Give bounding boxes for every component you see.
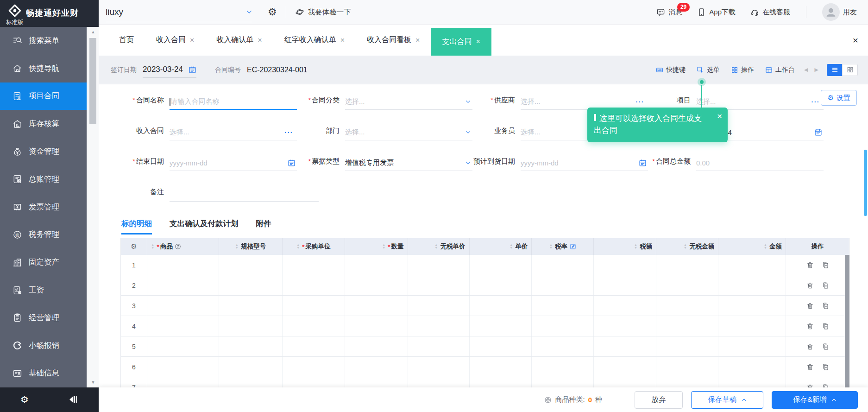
account-switcher[interactable]: liuxy [106, 0, 252, 24]
close-icon[interactable]: × [340, 36, 345, 44]
tab-income-contract[interactable]: 收入合同× [145, 25, 205, 56]
field-input[interactable]: 选择... [345, 94, 472, 110]
table-cell[interactable] [470, 275, 532, 295]
field-input[interactable]: 0.00 [696, 155, 824, 171]
table-cell[interactable] [532, 377, 594, 387]
field-input[interactable]: 请输入合同名称 [170, 94, 297, 110]
chevron-down-icon[interactable] [465, 160, 471, 166]
sort-icon[interactable]: ▲▼ [434, 244, 438, 249]
field-input[interactable]: yyyy-mm-dd [170, 155, 297, 171]
sort-icon[interactable]: ▲▼ [382, 244, 385, 249]
ellipsis-icon[interactable]: ··· [811, 98, 820, 106]
subtab-attachment[interactable]: 附件 [256, 219, 271, 235]
table-cell[interactable] [408, 336, 470, 356]
table-cell[interactable] [718, 357, 786, 377]
app-download-button[interactable]: App下载 [697, 8, 736, 17]
table-cell[interactable] [408, 357, 470, 377]
tab-income-confirm[interactable]: 收入确认单× [205, 25, 273, 56]
table-cell[interactable] [147, 357, 219, 377]
sidebar-item-operations[interactable]: 经营管理 [0, 304, 87, 332]
messages-button[interactable]: 消息 29 [656, 8, 682, 17]
table-cell[interactable] [656, 296, 718, 316]
table-cell[interactable] [718, 275, 786, 295]
settings-button[interactable]: ⚙ 设置 [821, 90, 857, 106]
table-cell[interactable] [219, 296, 283, 316]
sidebar-item-invoice[interactable]: 发票管理 [0, 193, 87, 221]
table-cell[interactable] [718, 255, 786, 275]
copy-row-icon[interactable] [822, 363, 829, 371]
gear-icon[interactable]: ⚙ [131, 242, 137, 251]
sidebar-item-search-menu[interactable]: 搜索菜单 [0, 27, 87, 55]
help-icon[interactable] [175, 243, 181, 250]
chevron-down-icon[interactable] [465, 129, 471, 135]
table-cell[interactable] [470, 336, 532, 356]
table-cell[interactable] [283, 357, 345, 377]
table-cell[interactable] [408, 316, 470, 336]
table-cell[interactable] [470, 377, 532, 387]
trash-icon[interactable] [806, 323, 814, 330]
save-and-new-button[interactable]: 保存&新增 [772, 391, 858, 409]
table-cell[interactable] [656, 316, 718, 336]
subtab-detail[interactable]: 标的明细 [121, 219, 152, 235]
table-cell[interactable] [283, 255, 345, 275]
tab-expense-contract[interactable]: 支出合同× [431, 28, 491, 56]
scroll-down-icon[interactable]: ▼ [87, 380, 99, 385]
table-cell[interactable] [219, 255, 283, 275]
table-cell[interactable] [283, 275, 345, 295]
table-scrollbar[interactable] [845, 255, 849, 387]
table-cell[interactable] [408, 255, 470, 275]
table-cell[interactable] [408, 377, 470, 387]
table-cell[interactable] [718, 336, 786, 356]
ellipsis-icon[interactable]: ··· [285, 129, 294, 136]
trial-link[interactable]: 我要体验一下 [295, 7, 351, 17]
close-icon[interactable]: × [476, 38, 480, 46]
table-cell[interactable] [718, 296, 786, 316]
table-cell[interactable] [408, 275, 470, 295]
field-input[interactable]: yyyy-mm-dd [521, 155, 648, 171]
toolbar-workbench[interactable]: 工作台 [765, 66, 795, 74]
table-cell[interactable] [656, 275, 718, 295]
sidebar-item-reimburse[interactable]: 小畅报销 [0, 332, 87, 360]
table-cell[interactable] [345, 377, 408, 387]
table-cell[interactable] [594, 275, 656, 295]
sidebar-scrollbar-thumb[interactable] [89, 38, 96, 124]
table-cell[interactable] [532, 336, 594, 356]
table-cell[interactable] [219, 275, 283, 295]
copy-row-icon[interactable] [822, 384, 829, 388]
table-cell[interactable] [219, 357, 283, 377]
tab-income-contract-board[interactable]: 收入合同看板× [356, 25, 431, 56]
copy-row-icon[interactable] [822, 323, 829, 330]
table-cell[interactable] [345, 296, 408, 316]
list-view-button[interactable] [827, 64, 843, 76]
table-cell[interactable] [283, 296, 345, 316]
table-cell[interactable] [532, 275, 594, 295]
table-cell[interactable] [147, 296, 219, 316]
table-cell[interactable] [594, 316, 656, 336]
sort-icon[interactable]: ▲▼ [151, 244, 154, 249]
sort-icon[interactable]: ▲▼ [764, 244, 767, 249]
toolbar-operate[interactable]: 操作 [731, 66, 754, 74]
discard-button[interactable]: 放弃 [635, 391, 683, 409]
field-input[interactable] [170, 186, 319, 202]
table-cell[interactable] [594, 377, 656, 387]
table-cell[interactable] [656, 255, 718, 275]
sort-icon[interactable]: ▲▼ [549, 244, 553, 249]
table-cell[interactable] [345, 275, 408, 295]
table-cell[interactable] [345, 357, 408, 377]
table-cell[interactable] [147, 275, 219, 295]
sidebar-item-tax[interactable]: 税务管理 [0, 221, 87, 249]
sort-icon[interactable]: ▲▼ [684, 244, 687, 249]
table-cell[interactable] [532, 296, 594, 316]
table-cell[interactable] [147, 255, 219, 275]
sidebar-settings-gear-icon[interactable]: ⚙ [20, 394, 29, 405]
table-cell[interactable] [656, 377, 718, 387]
sort-icon[interactable]: ▲▼ [634, 244, 637, 249]
sidebar-item-inventory[interactable]: 库存核算 [0, 110, 87, 138]
sidebar-item-quick-nav[interactable]: 快捷导航 [0, 55, 87, 82]
calendar-icon[interactable] [189, 66, 196, 74]
tooltip-close-icon[interactable]: × [717, 112, 722, 120]
sidebar-collapse-icon[interactable] [68, 394, 78, 405]
table-cell[interactable] [718, 377, 786, 387]
calendar-icon[interactable] [288, 159, 296, 167]
sidebar-item-salary[interactable]: 工资 [0, 276, 87, 304]
